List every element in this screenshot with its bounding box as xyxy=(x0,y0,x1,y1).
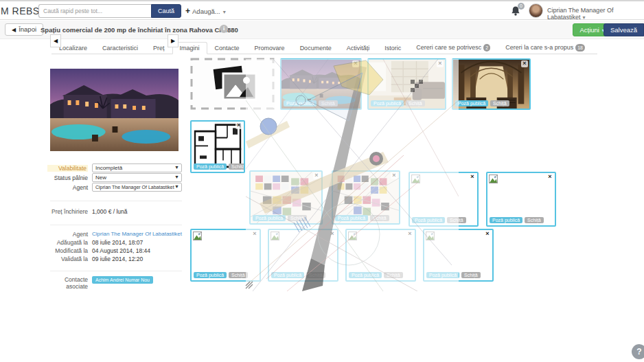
gallery-thumbnail[interactable]: × Poză publicăSchiță xyxy=(332,170,400,225)
public-photo-button[interactable]: Poză publică xyxy=(490,217,522,223)
help-button[interactable]: ? xyxy=(632,344,644,359)
save-button[interactable]: Salvează xyxy=(603,23,644,36)
meta-value: 09 iulie 2014, 12:20 xyxy=(92,256,188,262)
delete-image-icon[interactable]: × xyxy=(406,231,413,238)
add-menu-label: Adaugă... xyxy=(192,8,220,15)
gallery-thumbnail[interactable]: × Poză publicăSchiță xyxy=(249,170,323,225)
tab-label: Cereri la care s-a propus xyxy=(505,44,573,51)
info-icon[interactable]: i xyxy=(220,25,228,33)
tab-caracteristici[interactable]: Caracteristici xyxy=(95,42,146,54)
public-photo-button[interactable]: Poză publică xyxy=(426,272,459,278)
delete-image-icon[interactable]: × xyxy=(235,122,242,129)
valabilitate-select[interactable]: Incompletă▼ xyxy=(92,163,182,172)
delete-image-icon[interactable]: × xyxy=(437,60,444,67)
public-photo-button[interactable]: Poză publică xyxy=(412,217,445,223)
search-input[interactable] xyxy=(38,4,151,18)
add-menu-button[interactable]: +Adaugă...▾ xyxy=(185,6,226,16)
sketch-button[interactable]: Schiță xyxy=(229,272,247,278)
sketch-button[interactable]: Schiță xyxy=(229,163,245,170)
public-photo-button[interactable]: Poză publică xyxy=(284,100,317,106)
tab-promovare[interactable]: Promovare xyxy=(247,42,292,54)
carousel-prev-button[interactable]: ◀ xyxy=(50,34,61,47)
delete-image-icon[interactable]: × xyxy=(469,174,476,181)
broken-image-icon xyxy=(271,231,279,240)
upload-dropzone[interactable] xyxy=(190,58,275,110)
gallery-thumbnail[interactable]: × Poză publicăSchiță xyxy=(345,229,416,282)
status-palnie-select[interactable]: New▼ xyxy=(92,173,182,182)
public-photo-button[interactable]: Poză publică xyxy=(455,100,488,106)
search-button[interactable]: Caută xyxy=(151,4,181,18)
tab-contacte[interactable]: Contacte xyxy=(207,42,247,54)
chevron-down-icon: ▾ xyxy=(583,14,586,21)
gallery-thumbnail[interactable]: × Poză publicăSchiță xyxy=(452,58,531,110)
meta-value: 04 August 2014, 18:44 xyxy=(92,247,188,254)
sketch-button[interactable]: Schiță xyxy=(288,215,306,221)
status-palnie-label: Status pâlnie xyxy=(50,174,88,181)
sketch-button[interactable]: Schiță xyxy=(447,217,465,223)
gallery-thumbnail[interactable]: × Poză publicăSchiță xyxy=(190,120,245,173)
gallery-thumbnail[interactable]: × Poză publicăSchiță xyxy=(280,58,362,110)
property-main-photo xyxy=(50,69,179,151)
back-button[interactable]: ◀Înapoi xyxy=(5,23,43,36)
delete-image-icon[interactable]: × xyxy=(352,60,359,67)
page-title: Spațiu comercial de 200 mp de închiriat … xyxy=(41,26,238,34)
global-search: Caută xyxy=(38,4,181,18)
agent-label: Agent xyxy=(50,184,88,191)
meta-label: Agent xyxy=(43,231,88,238)
public-photo-button[interactable]: Poză publică xyxy=(371,100,404,106)
gallery-thumbnail[interactable]: × Poză publicăSchiță xyxy=(268,229,338,282)
select-value: New xyxy=(95,174,106,181)
tab-activitati[interactable]: Activități xyxy=(339,42,378,54)
delete-image-icon[interactable]: × xyxy=(329,231,336,238)
sketch-button[interactable]: Schiță xyxy=(370,215,389,221)
sketch-button[interactable]: Schiță xyxy=(525,217,543,223)
field-row: Valabilitate Incompletă▼ xyxy=(50,163,182,174)
sketch-button[interactable]: Schiță xyxy=(319,100,337,106)
delete-image-icon[interactable]: × xyxy=(547,174,553,181)
top-navbar: M REBS Caută +Adaugă...▾ 0 Ciprian The M… xyxy=(0,0,644,20)
public-photo-button[interactable]: Poză publică xyxy=(194,272,227,278)
delete-image-icon[interactable]: × xyxy=(313,172,320,179)
count-badge: 18 xyxy=(575,44,585,52)
broken-image-icon xyxy=(411,174,420,183)
public-photo-button[interactable]: Poză publică xyxy=(194,163,227,170)
contact-badge[interactable]: Achim Andrei Numar Nou xyxy=(92,276,153,284)
contacts-label: Contacte asociate xyxy=(43,276,88,290)
app-logo[interactable]: M REBS xyxy=(1,5,40,16)
sketch-button[interactable]: Schiță xyxy=(306,272,325,278)
property-tabs: Localizare Caracteristici Preț Imagini C… xyxy=(51,41,597,54)
back-button-label: Înapoi xyxy=(19,25,36,33)
gallery-thumbnail[interactable]: × Poză publicăSchiță xyxy=(486,172,556,227)
gallery-thumbnail[interactable]: × Poză publicăSchiță xyxy=(409,172,479,227)
gallery-thumbnail[interactable]: × Poză publicăSchiță xyxy=(423,229,494,282)
public-photo-button[interactable]: Poză publică xyxy=(253,215,286,221)
public-photo-button[interactable]: Poză publică xyxy=(271,272,304,278)
broken-image-icon xyxy=(193,231,202,240)
user-avatar[interactable] xyxy=(529,3,543,18)
chevron-down-icon: ▼ xyxy=(174,184,179,189)
sketch-button[interactable]: Schiță xyxy=(406,100,424,106)
sketch-button[interactable]: Schiță xyxy=(384,272,402,278)
agent-link[interactable]: Ciprian The Manager Of Labatastiket xyxy=(92,231,188,237)
gallery-thumbnail[interactable]: × Poză publicăSchiță xyxy=(190,229,261,282)
resize-handle-icon[interactable] xyxy=(244,280,254,290)
user-menu[interactable]: Ciprian The Manager Of Labatastiket▾ xyxy=(547,7,644,21)
divider xyxy=(50,225,182,225)
agent-select[interactable]: Ciprian The Manager Of Labatastiket▼ xyxy=(92,183,182,192)
delete-image-icon[interactable]: × xyxy=(521,60,528,67)
delete-image-icon[interactable]: × xyxy=(251,231,258,238)
delete-image-icon[interactable]: × xyxy=(391,172,398,179)
public-photo-button[interactable]: Poză publică xyxy=(335,215,368,221)
delete-image-icon[interactable]: × xyxy=(484,231,491,238)
carousel-next-button[interactable]: ▶ xyxy=(168,34,179,47)
tab-istoric[interactable]: Istoric xyxy=(377,42,409,54)
gallery-thumbnail[interactable]: × Poză publicăSchiță xyxy=(367,58,446,110)
notifications-badge: 0 xyxy=(518,3,525,10)
sketch-button[interactable]: Schiță xyxy=(461,272,480,278)
public-photo-button[interactable]: Poză publică xyxy=(349,272,382,278)
tab-label: Cereri care se potrivesc xyxy=(416,44,481,51)
tab-documente[interactable]: Documente xyxy=(292,42,339,54)
sketch-button[interactable]: Schiță xyxy=(490,100,509,106)
tab-cereri-propus[interactable]: Cereri la care s-a propus18 xyxy=(498,41,593,54)
tab-cereri-potrivesc[interactable]: Cereri care se potrivesc2 xyxy=(409,41,498,54)
